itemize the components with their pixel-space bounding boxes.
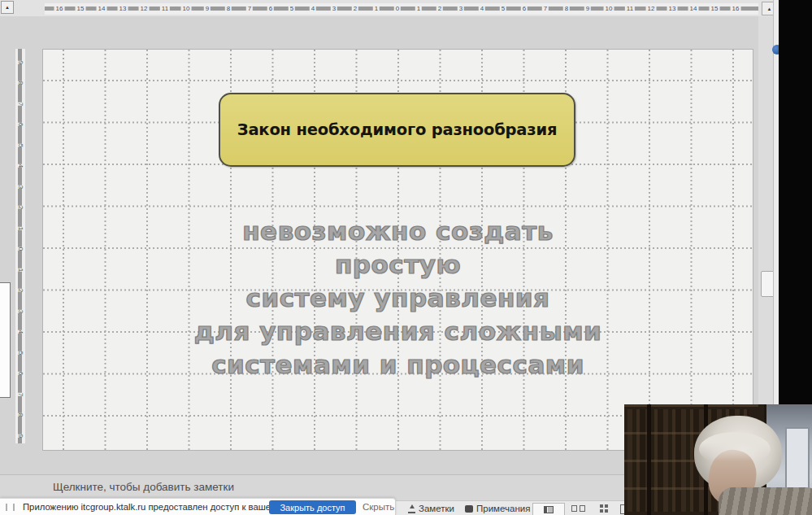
body-line: для управления сложными xyxy=(43,315,753,348)
vertical-ruler[interactable]: 9876543210123456789 xyxy=(15,49,25,443)
h-ruler-number: 16 xyxy=(731,4,741,14)
slide-title-text: Закон необходимого разнообразия xyxy=(237,120,557,139)
v-ruler-number: 3 xyxy=(16,309,24,312)
v-ruler-number: 7 xyxy=(16,102,24,105)
comments-toggle-label: Примечания xyxy=(476,504,530,513)
h-ruler-number: 14 xyxy=(688,4,699,14)
notes-toggle-label: Заметки xyxy=(419,504,454,513)
body-line: системами и процессами xyxy=(43,348,753,382)
h-ruler-number: 3 xyxy=(458,4,464,14)
h-ruler-number: 0 xyxy=(394,4,401,14)
v-ruler-number: 9 xyxy=(16,60,24,63)
h-ruler-number: 6 xyxy=(521,4,528,14)
normal-view-icon xyxy=(544,506,554,513)
h-ruler-number: 8 xyxy=(563,4,570,14)
v-ruler-number: 3 xyxy=(16,185,24,188)
body-line: простую xyxy=(43,248,753,282)
desktop-background xyxy=(779,0,812,404)
normal-view-button[interactable] xyxy=(532,503,565,515)
slide-canvas[interactable]: Закон необходимого разнообразия невозмож… xyxy=(42,49,753,451)
v-ruler-number: 8 xyxy=(16,81,24,85)
v-ruler-number: 6 xyxy=(16,123,24,126)
notes-toggle-button[interactable]: Заметки xyxy=(408,504,454,513)
body-line: невозможно создать xyxy=(43,215,753,248)
comments-toggle-button[interactable]: Примечания xyxy=(465,504,530,513)
h-ruler-number: 10 xyxy=(181,4,192,14)
h-ruler-number: 1 xyxy=(373,4,380,14)
h-ruler-number: 2 xyxy=(436,4,443,14)
h-ruler-number: 11 xyxy=(625,4,635,14)
v-ruler-number: 1 xyxy=(16,268,24,271)
powerpoint-window: ▲ 16151413121110987654321012345678910111… xyxy=(0,0,812,515)
h-ruler-number: 11 xyxy=(160,4,170,14)
v-ruler-number: 2 xyxy=(16,206,24,209)
h-ruler-number: 14 xyxy=(97,4,107,14)
h-ruler-number: 15 xyxy=(710,4,720,14)
h-ruler-number: 15 xyxy=(76,4,86,14)
slide-title-shape[interactable]: Закон необходимого разнообразия xyxy=(219,93,575,167)
h-ruler-number: 5 xyxy=(500,4,506,14)
horizontal-ruler[interactable]: 1615141312111098765432101234567891011121… xyxy=(45,3,758,15)
reading-view-icon[interactable] xyxy=(600,504,608,513)
v-ruler-number: 0 xyxy=(16,247,24,251)
h-ruler-number: 16 xyxy=(54,4,65,14)
h-ruler-number: 6 xyxy=(267,4,274,14)
h-ruler-number: 5 xyxy=(289,4,295,14)
notes-icon xyxy=(408,504,415,513)
presenter-shoulder xyxy=(719,487,812,515)
slide-thumbnail-sliver[interactable] xyxy=(0,282,11,398)
v-ruler-number: 1 xyxy=(16,226,24,229)
h-ruler-number: 10 xyxy=(604,4,614,14)
h-ruler-number: 1 xyxy=(415,4,422,14)
v-ruler-number: 4 xyxy=(16,164,24,168)
screen-share-bar: Приложению itcgroup.ktalk.ru предоставле… xyxy=(0,498,396,515)
h-ruler-number: 12 xyxy=(646,4,657,14)
h-ruler-number: 4 xyxy=(479,4,485,14)
drag-handle-icon[interactable] xyxy=(6,504,15,511)
slide-body-wordart[interactable]: невозможно создать простую систему управ… xyxy=(43,215,753,382)
v-ruler-number: 5 xyxy=(16,351,24,354)
h-ruler-number: 9 xyxy=(204,4,211,14)
v-ruler-number: 8 xyxy=(16,413,24,417)
comments-icon xyxy=(465,505,473,513)
h-ruler-number: 7 xyxy=(246,4,253,14)
v-ruler-number: 9 xyxy=(16,434,24,437)
notes-placeholder: Щелкните, чтобы добавить заметки xyxy=(53,481,234,493)
h-ruler-number: 12 xyxy=(139,4,150,14)
collapse-arrow-icon[interactable]: ▲ xyxy=(1,1,14,14)
h-ruler-number: 3 xyxy=(331,4,337,14)
v-ruler-number: 2 xyxy=(16,289,24,292)
v-ruler-number: 7 xyxy=(16,392,24,395)
v-ruler-number: 4 xyxy=(16,330,24,334)
hide-bar-button[interactable]: Скрыть xyxy=(363,502,394,512)
webcam-video-overlay[interactable] xyxy=(624,404,812,515)
h-ruler-number: 4 xyxy=(310,4,316,14)
h-ruler-number: 9 xyxy=(584,4,591,14)
presenter-hair-front xyxy=(699,432,771,466)
h-ruler-number: 8 xyxy=(225,4,232,14)
h-ruler-number: 13 xyxy=(667,4,678,14)
stop-sharing-button[interactable]: Закрыть доступ xyxy=(269,500,356,514)
slide-sorter-view-icon[interactable] xyxy=(571,505,585,512)
v-ruler-number: 6 xyxy=(16,372,24,375)
h-ruler-number: 13 xyxy=(118,4,128,14)
h-ruler-number: 2 xyxy=(352,4,358,14)
body-line: систему управления xyxy=(43,282,753,315)
v-ruler-number: 5 xyxy=(16,143,24,146)
h-ruler-number: 7 xyxy=(542,4,549,14)
